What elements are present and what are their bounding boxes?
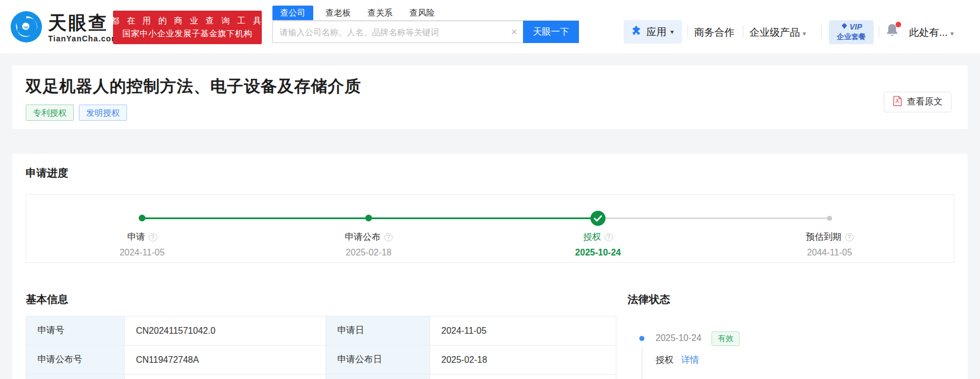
- help-icon[interactable]: ?: [605, 233, 613, 241]
- apps-menu[interactable]: 应用 ▾: [624, 20, 682, 44]
- cell-label: [326, 375, 430, 379]
- notification-badge: [896, 22, 901, 27]
- legal-status-item: 2025-10-24 有效 授权 详情: [628, 331, 952, 366]
- divider: [821, 26, 822, 37]
- progress-heading: 申请进度: [26, 166, 68, 181]
- table-row: 申请号 CN202411571042.0 申请日 2024-11-05: [26, 316, 616, 345]
- site-logo[interactable]: 天眼查 TianYanCha.com: [10, 11, 119, 45]
- nav-enterprise-products[interactable]: 企业级产品 ▾: [750, 26, 806, 39]
- timeline-step-expiry: 预估到期 ? 2044-11-05: [768, 231, 891, 258]
- legal-status-date: 2025-10-24: [656, 333, 701, 343]
- cell-value: [125, 375, 326, 379]
- chevron-down-icon: ▾: [670, 28, 673, 36]
- timeline-node-expiry: [827, 216, 832, 221]
- divider: [743, 26, 743, 37]
- chevron-down-icon: ▾: [950, 30, 954, 37]
- site-header: 天眼查 TianYanCha.com 都 在 用 的 商 业 查 询 工 具 国…: [0, 0, 980, 54]
- notification-bell-icon[interactable]: [885, 23, 901, 40]
- cell-label: [26, 375, 125, 379]
- legal-detail-link[interactable]: 详情: [681, 355, 699, 364]
- timeline-segment-done: [369, 217, 598, 219]
- nav-business-cooperation[interactable]: 商务合作: [694, 26, 734, 39]
- logo-name: 天眼查: [48, 13, 119, 33]
- step-label: 申请: [128, 231, 145, 243]
- page-title: 双足机器人的控制方法、电子设备及存储介质: [26, 75, 361, 98]
- step-label: 申请公布: [345, 231, 381, 243]
- step-date: 2024-11-05: [81, 248, 204, 258]
- pdf-icon: [893, 96, 902, 108]
- step-date: 2025-02-18: [307, 248, 430, 258]
- legal-status-list: 2025-10-24 有效 授权 详情: [628, 331, 952, 366]
- view-original-label: 查看原文: [907, 96, 943, 108]
- help-icon[interactable]: ?: [149, 233, 157, 241]
- search-input[interactable]: [273, 27, 505, 37]
- cell-value: [430, 375, 616, 379]
- cell-label: 申请日: [326, 316, 430, 345]
- step-label: 预估到期: [806, 231, 842, 243]
- help-icon[interactable]: ?: [845, 233, 854, 241]
- user-name: 此处有...: [909, 27, 948, 38]
- user-menu[interactable]: 此处有... ▾: [909, 26, 954, 39]
- view-original-button[interactable]: 查看原文: [884, 92, 951, 112]
- application-progress-timeline: 申请 ? 2024-11-05 申请公布 ? 2025-02-18 授权 ? 2…: [26, 194, 954, 263]
- tag-invention-granted: 发明授权: [79, 105, 127, 121]
- step-date: 2044-11-05: [768, 248, 891, 258]
- patent-tags: 专利授权 发明授权: [26, 105, 127, 121]
- search-input-wrap: ×: [272, 21, 523, 43]
- status-badge: 有效: [712, 331, 739, 346]
- cell-value: 2025-02-18: [430, 345, 616, 375]
- cell-value: CN119472748A: [125, 345, 326, 375]
- search-tab-relation[interactable]: 查关系: [365, 6, 395, 20]
- vip-diamond-icon: [841, 22, 848, 31]
- search-tabs: 查公司 查老板 查关系 查风险: [272, 6, 579, 21]
- timeline-segment-done: [142, 217, 369, 219]
- cell-label: 申请号: [26, 316, 125, 345]
- cell-value: 2024-11-05: [430, 316, 616, 345]
- divider: [687, 26, 688, 37]
- table-row: 申请公布号 CN119472748A 申请公布日 2025-02-18: [26, 345, 616, 375]
- search-tab-boss[interactable]: 查老板: [323, 6, 353, 20]
- cell-label: 申请公布号: [26, 345, 125, 375]
- banner-line1: 都 在 用 的 商 业 查 询 工 具: [111, 16, 264, 26]
- vip-package-badge[interactable]: VIP 企业套餐: [829, 20, 874, 44]
- clear-icon[interactable]: ×: [505, 26, 523, 38]
- cell-value: CN202411571042.0: [125, 316, 326, 345]
- logo-domain: TianYanCha.com: [48, 34, 119, 43]
- patent-detail-card: 申请进度 申请 ? 2024-11-05 申请公布 ? 2025-02-18: [12, 154, 968, 379]
- search-tab-company[interactable]: 查公司: [272, 6, 313, 20]
- step-label: 授权: [583, 231, 601, 243]
- legal-event-label: 授权: [656, 355, 673, 364]
- legal-timeline-dot: [639, 336, 644, 341]
- tag-patent-granted: 专利授权: [26, 105, 74, 121]
- banner-line2: 国家中小企业发展子基金旗下机构: [123, 29, 253, 39]
- table-row-clipped: [26, 375, 616, 379]
- basic-info-table: 申请号 CN202411571042.0 申请日 2024-11-05 申请公布…: [26, 316, 616, 379]
- puzzle-icon: [632, 25, 642, 39]
- tianyancha-logo-icon: [10, 11, 43, 45]
- step-date: 2025-10-24: [536, 248, 659, 258]
- basic-info-heading: 基本信息: [26, 292, 68, 307]
- timeline-node-published: [365, 215, 372, 221]
- help-icon[interactable]: ?: [384, 233, 393, 241]
- timeline-step-published: 申请公布 ? 2025-02-18: [307, 231, 430, 258]
- timeline-step-granted: 授权 ? 2025-10-24: [536, 231, 659, 258]
- promo-banner: 都 在 用 的 商 业 查 询 工 具 国家中小企业发展子基金旗下机构: [113, 11, 262, 44]
- vip-package-label: 企业套餐: [837, 32, 866, 42]
- timeline-node-filed: [139, 215, 145, 221]
- search-area: 查公司 查老板 查关系 查风险 × 天眼一下: [272, 6, 579, 43]
- legal-status-heading: 法律状态: [628, 292, 670, 307]
- timeline-segment-future: [598, 217, 830, 219]
- apps-label: 应用: [646, 25, 666, 39]
- vip-label: VIP: [850, 22, 863, 31]
- timeline-node-granted-check-icon: [591, 211, 606, 226]
- chevron-down-icon: ▾: [803, 30, 806, 37]
- enterprise-label: 企业级产品: [750, 27, 800, 38]
- timeline-step-filed: 申请 ? 2024-11-05: [81, 231, 204, 258]
- divider: [879, 26, 879, 37]
- search-button[interactable]: 天眼一下: [523, 21, 579, 43]
- cell-label: 申请公布日: [326, 345, 430, 375]
- search-tab-risk[interactable]: 查风险: [407, 6, 437, 20]
- patent-title-card: 双足机器人的控制方法、电子设备及存储介质 专利授权 发明授权 查看原文: [12, 65, 968, 129]
